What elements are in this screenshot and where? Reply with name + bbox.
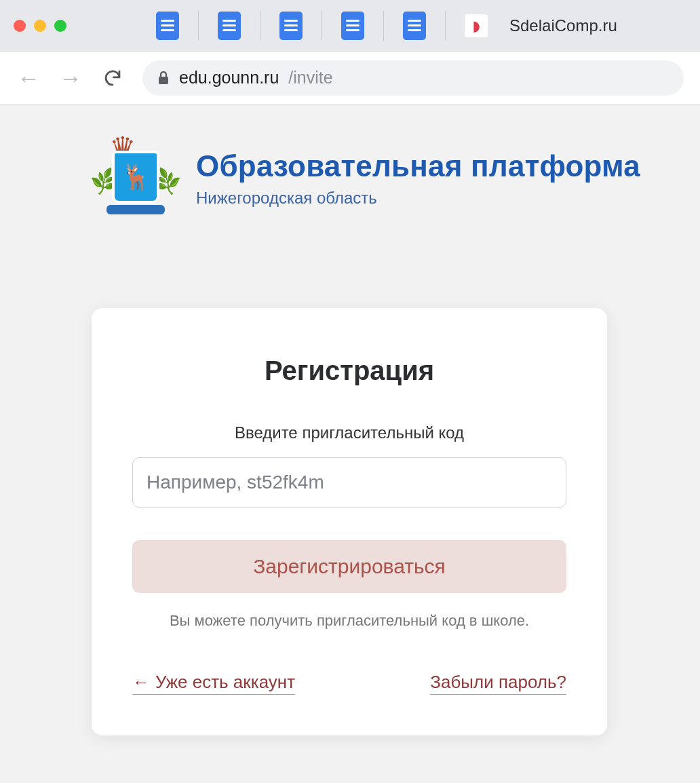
tab-separator <box>383 11 384 41</box>
tab-separator <box>445 11 446 41</box>
tab-separator <box>322 11 322 41</box>
card-links: ←Уже есть аккаунт Забыли пароль? <box>132 672 566 695</box>
address-bar[interactable]: edu.gounn.ru/invite <box>142 60 684 96</box>
toolbar: ← → edu.gounn.ru/invite <box>0 52 700 104</box>
lock-icon <box>157 71 170 85</box>
platform-title: Образовательная платформа <box>196 149 640 183</box>
window-chrome: ◗ SdelaiComp.ru × W <box>0 0 700 52</box>
document-icon[interactable] <box>341 12 364 40</box>
url-path: /invite <box>288 68 332 88</box>
arrow-left-icon: ← <box>132 672 150 692</box>
page-body: ♛ 🌿 🌿 🦌 Образовательная платформа Нижего… <box>0 104 700 736</box>
coat-of-arms-logo: ♛ 🌿 🌿 🦌 <box>92 132 180 220</box>
registration-card: Регистрация Введите пригласительный код … <box>92 308 607 736</box>
window-close-button[interactable] <box>14 20 26 32</box>
document-icon[interactable] <box>279 12 303 40</box>
card-heading: Регистрация <box>132 356 566 386</box>
already-have-account-label: Уже есть аккаунт <box>155 672 295 692</box>
forward-button[interactable]: → <box>58 66 83 90</box>
document-icon[interactable] <box>403 12 426 40</box>
reload-icon <box>102 68 123 88</box>
svg-rect-0 <box>159 77 168 84</box>
reload-button[interactable] <box>100 66 125 90</box>
brand-text: Образовательная платформа Нижегородская … <box>196 132 640 208</box>
url-host: edu.gounn.ru <box>179 68 279 88</box>
deer-icon: 🦌 <box>121 163 151 191</box>
platform-subtitle: Нижегородская область <box>196 189 640 208</box>
window-zoom-button[interactable] <box>54 20 66 32</box>
document-icon[interactable] <box>156 12 179 40</box>
invite-code-input[interactable] <box>132 457 566 508</box>
tab-separator <box>260 11 260 41</box>
back-button[interactable]: ← <box>16 66 41 90</box>
card-instruction: Введите пригласительный код <box>132 423 566 442</box>
window-minimize-button[interactable] <box>34 20 46 32</box>
document-icon[interactable] <box>218 12 241 40</box>
register-button[interactable]: Зарегистрироваться <box>132 540 566 593</box>
card-hint: Вы можете получить пригласительный код в… <box>132 612 566 630</box>
site-favicon: ◗ <box>465 14 488 37</box>
tab-separator <box>198 11 199 41</box>
arrow-right-icon: → <box>59 66 82 90</box>
active-tab-title[interactable]: SdelaiComp.ru <box>509 16 617 35</box>
pinned-tabs: ◗ SdelaiComp.ru × W <box>156 11 700 41</box>
already-have-account-link[interactable]: ←Уже есть аккаунт <box>132 672 295 695</box>
arrow-left-icon: ← <box>17 66 40 90</box>
traffic-lights <box>14 20 66 32</box>
forgot-password-link[interactable]: Забыли пароль? <box>430 672 566 695</box>
ribbon-icon <box>106 205 165 214</box>
brand-header: ♛ 🌿 🌿 🦌 Образовательная платформа Нижего… <box>0 132 700 220</box>
shield-icon: 🦌 <box>112 151 159 204</box>
